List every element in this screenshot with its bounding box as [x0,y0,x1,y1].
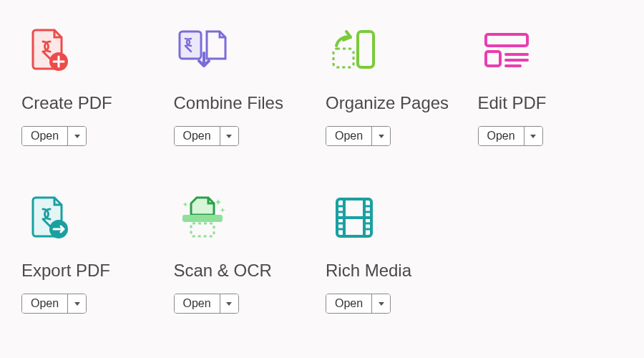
organize-pages-icon [326,21,383,79]
open-dropdown-button[interactable] [220,127,238,145]
open-button[interactable]: Open [175,294,220,313]
combine-files-icon [174,21,231,79]
open-split-button: Open [174,294,239,314]
tools-grid: Create PDF Open Combine Files Open [0,0,644,314]
tool-title: Organize Pages [326,93,449,113]
chevron-down-icon [226,302,232,306]
tool-title: Scan & OCR [174,261,272,281]
tool-title: Rich Media [326,261,411,281]
create-pdf-icon [21,21,79,79]
tool-edit-pdf: Edit PDF Open [478,21,623,146]
open-split-button: Open [326,294,391,314]
tool-title: Edit PDF [478,93,547,113]
open-split-button: Open [478,126,543,146]
svg-rect-3 [333,49,353,67]
open-split-button: Open [21,126,87,146]
svg-rect-11 [191,223,214,236]
svg-rect-4 [486,34,527,46]
tool-combine-files: Combine Files Open [174,21,319,146]
tool-scan-ocr: Scan & OCR Open [174,189,319,314]
open-dropdown-button[interactable] [371,127,390,145]
open-button[interactable]: Open [175,127,220,145]
open-dropdown-button[interactable] [220,294,238,313]
open-split-button: Open [326,126,391,146]
rich-media-icon [326,189,383,246]
tool-create-pdf: Create PDF Open [21,21,167,146]
chevron-down-icon [379,302,384,306]
chevron-down-icon [74,302,80,306]
chevron-down-icon [226,135,232,138]
tool-export-pdf: Export PDF Open [21,189,167,314]
open-dropdown-button[interactable] [371,294,390,313]
chevron-down-icon [379,135,384,138]
edit-pdf-icon [478,21,535,79]
svg-rect-2 [358,32,374,67]
open-dropdown-button[interactable] [67,294,86,313]
open-button[interactable]: Open [326,294,371,313]
open-split-button: Open [174,126,239,146]
tool-title: Export PDF [21,261,110,281]
tool-title: Combine Files [174,93,283,113]
tool-organize-pages: Organize Pages Open [326,21,471,146]
svg-rect-10 [182,215,223,222]
export-pdf-icon [21,189,79,246]
open-button[interactable]: Open [326,127,371,145]
svg-rect-5 [486,52,500,66]
open-dropdown-button[interactable] [67,127,86,145]
scan-ocr-icon [174,189,231,246]
tool-rich-media: Rich Media Open [326,189,471,314]
open-button[interactable]: Open [22,294,67,313]
chevron-down-icon [74,135,80,138]
open-dropdown-button[interactable] [524,127,542,145]
tool-title: Create PDF [21,93,112,113]
chevron-down-icon [530,135,536,138]
open-split-button: Open [21,294,87,314]
open-button[interactable]: Open [22,127,67,145]
open-button[interactable]: Open [479,127,524,145]
